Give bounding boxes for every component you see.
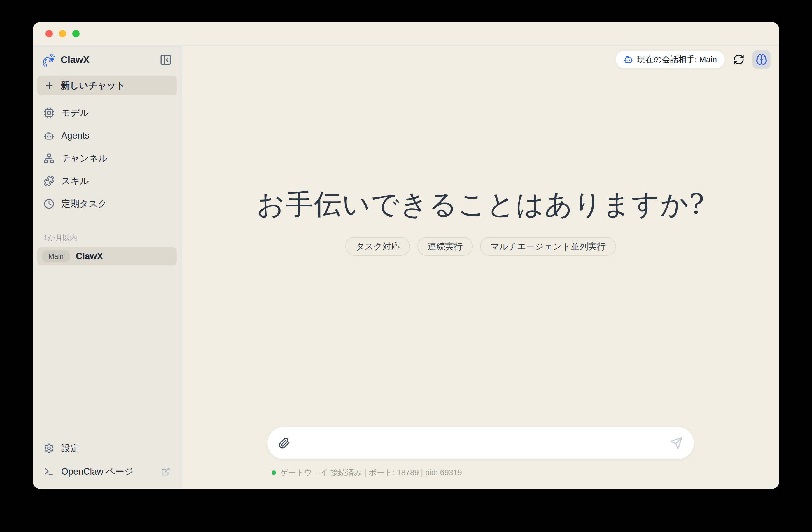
chip-task-support[interactable]: タスク対応 [345,237,410,256]
app-window: ClawX 新しいチャット [33,22,779,489]
sidebar-item-channels[interactable]: チャンネル [37,149,177,168]
main-header: 現在の会話相手: Main [615,51,771,69]
sidebar-item-settings[interactable]: 設定 [37,439,177,458]
sidebar-item-label: 設定 [61,442,170,455]
lobster-logo-icon [41,53,57,67]
current-conversation-pill[interactable]: 現在の会話相手: Main [615,51,725,69]
refresh-button[interactable] [732,53,745,66]
composer: ゲートウェイ 接続済み | ポート: 18789 | pid: 69319 [182,427,779,478]
sidebar-item-label: チャンネル [61,152,107,164]
sidebar-item-openclaw-page[interactable]: OpenClaw ページ [37,462,177,481]
bot-icon [624,55,633,64]
send-button[interactable] [669,435,684,451]
new-chat-button[interactable]: 新しいチャット [37,75,177,95]
sidebar-collapse-button[interactable] [159,53,173,67]
sidebar-nav: モデル Agents [37,103,177,217]
plus-icon [44,81,54,90]
gateway-status-text: ゲートウェイ 接続済み | ポート: 18789 | pid: 69319 [280,467,462,478]
sidebar-item-label: モデル [61,107,89,119]
history-item-clawx[interactable]: Main ClawX [37,247,177,265]
brain-button[interactable] [753,51,771,69]
terminal-icon [44,466,54,477]
clock-icon [44,199,54,209]
gear-icon [44,443,54,454]
send-icon [670,437,683,449]
history-section-label: 1か月以内 [37,233,177,243]
sidebar-header: ClawX [37,52,177,68]
gateway-status: ゲートウェイ 接続済み | ポート: 18789 | pid: 69319 [267,467,694,478]
refresh-icon [733,54,745,65]
status-dot-icon [272,471,276,475]
new-chat-label: 新しいチャット [61,79,125,91]
titlebar [33,22,779,45]
hero: お手伝いできることはありますか? タスク対応 連続実行 マルチエージェント並列実… [182,189,779,256]
app-title: ClawX [61,54,159,65]
paperclip-icon [278,437,290,449]
sidebar-item-label: 定期タスク [61,198,107,210]
sidebar-item-agents[interactable]: Agents [37,126,177,145]
bot-icon [44,130,54,141]
external-link-icon [161,467,170,476]
sidebar-item-label: OpenClaw ページ [61,465,154,478]
minimize-button[interactable] [59,30,66,37]
main-area: 現在の会話相手: Main [182,45,779,488]
puzzle-icon [44,176,54,186]
panel-left-close-icon [160,54,172,66]
chip-continuous-run[interactable]: 連続実行 [417,237,473,256]
sidebar-item-skills[interactable]: スキル [37,172,177,190]
agent-badge: Main [42,250,70,262]
zoom-button[interactable] [72,30,79,37]
attach-button[interactable] [277,436,291,450]
message-input[interactable] [297,427,663,459]
sidebar-item-label: Agents [61,130,89,141]
suggestion-chips: タスク対応 連続実行 マルチエージェント並列実行 [345,237,616,256]
close-button[interactable] [45,30,53,37]
conversation-label: 現在の会話相手: Main [637,54,717,65]
sidebar-item-scheduled-tasks[interactable]: 定期タスク [37,195,177,213]
sidebar-item-models[interactable]: モデル [37,103,177,122]
chip-multi-agent-parallel[interactable]: マルチエージェント並列実行 [480,237,616,256]
message-input-bar [267,427,694,459]
cpu-icon [44,107,54,118]
sidebar-item-label: スキル [61,175,89,187]
brain-icon [756,54,767,65]
hero-headline: お手伝いできることはありますか? [257,189,705,220]
sidebar: ClawX 新しいチャット [33,45,182,488]
network-icon [44,153,54,163]
history-item-label: ClawX [76,251,103,262]
